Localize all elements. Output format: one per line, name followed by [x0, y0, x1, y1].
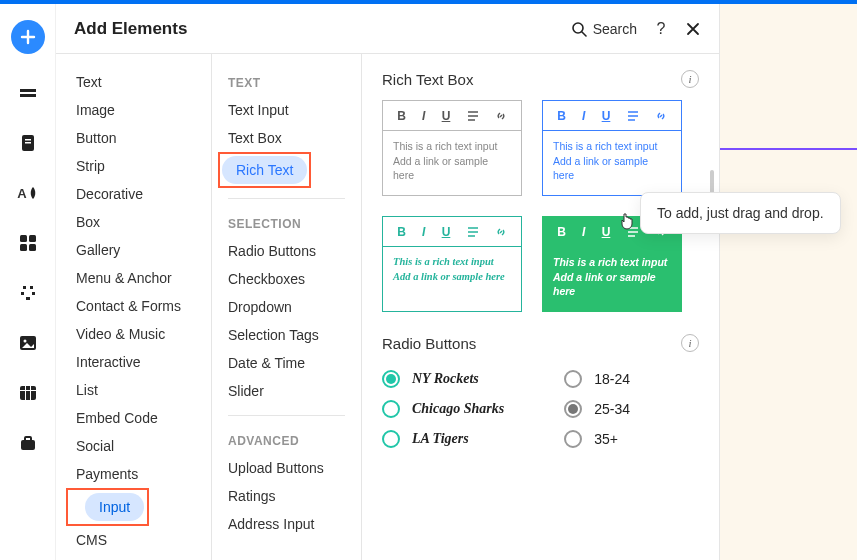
- radio-option[interactable]: NY Rockets: [382, 364, 504, 394]
- svg-rect-8: [29, 244, 36, 251]
- page-icon[interactable]: [17, 132, 39, 154]
- italic-icon: I: [582, 225, 585, 239]
- info-icon[interactable]: i: [681, 334, 699, 352]
- radio-option[interactable]: 35+: [564, 424, 630, 454]
- rt-sample-text: This is a rich text input Add a link or …: [543, 131, 681, 195]
- sub-dropdown[interactable]: Dropdown: [228, 293, 361, 321]
- sub-slider[interactable]: Slider: [228, 377, 361, 405]
- radio-label: 18-24: [594, 371, 630, 387]
- sub-ratings[interactable]: Ratings: [228, 482, 361, 510]
- canvas-section-divider: [720, 148, 857, 150]
- business-icon[interactable]: [17, 432, 39, 454]
- underline-icon: U: [442, 225, 451, 239]
- subgroup-advanced-label: ADVANCED: [228, 426, 361, 454]
- italic-icon: I: [422, 109, 425, 123]
- radio-label: NY Rockets: [412, 371, 479, 387]
- radio-label: 35+: [594, 431, 618, 447]
- cat-menu-anchor[interactable]: Menu & Anchor: [56, 264, 211, 292]
- sub-text-input[interactable]: Text Input: [228, 96, 361, 124]
- rt-sample-text: This is a rich text input Add a link or …: [383, 247, 521, 311]
- radio-icon: [382, 400, 400, 418]
- close-button[interactable]: [685, 21, 701, 37]
- align-icon: [467, 110, 479, 122]
- add-elements-panel: Add Elements Search ? Text Image Button …: [56, 4, 720, 560]
- help-button[interactable]: ?: [653, 21, 669, 37]
- cat-box[interactable]: Box: [56, 208, 211, 236]
- svg-rect-4: [25, 142, 31, 144]
- svg-rect-13: [25, 386, 26, 400]
- radio-preset-ages[interactable]: 18-24 25-34 35+: [564, 364, 630, 454]
- svg-rect-3: [25, 139, 31, 141]
- subcategory-list[interactable]: TEXT Text Input Text Box Rich Text SELEC…: [212, 54, 362, 560]
- radio-option[interactable]: 18-24: [564, 364, 630, 394]
- sections-icon[interactable]: [17, 232, 39, 254]
- svg-rect-16: [25, 437, 31, 441]
- font-icon[interactable]: A: [17, 182, 39, 204]
- svg-line-18: [582, 32, 586, 36]
- highlight-rich-text: Rich Text: [218, 152, 311, 188]
- svg-rect-1: [20, 94, 36, 97]
- section-title-radio: Radio Buttons: [382, 335, 476, 352]
- svg-point-10: [23, 340, 26, 343]
- cat-button[interactable]: Button: [56, 124, 211, 152]
- richtext-preset-gray[interactable]: B I U This is a rich text input Add a li…: [382, 100, 522, 196]
- sub-text-box[interactable]: Text Box: [228, 124, 361, 152]
- cat-strip[interactable]: Strip: [56, 152, 211, 180]
- radio-icon: [564, 370, 582, 388]
- align-icon: [627, 110, 639, 122]
- panel-header: Add Elements Search ?: [56, 4, 719, 54]
- underline-icon: U: [602, 225, 611, 239]
- sub-address-input[interactable]: Address Input: [228, 510, 361, 538]
- cat-gallery[interactable]: Gallery: [56, 236, 211, 264]
- bold-icon: B: [397, 225, 406, 239]
- radio-preset-teams[interactable]: NY Rockets Chicago Sharks LA Tigers: [382, 364, 504, 454]
- media-icon[interactable]: [17, 332, 39, 354]
- sub-rich-text[interactable]: Rich Text: [222, 156, 307, 184]
- svg-rect-0: [20, 89, 36, 92]
- cat-decorative[interactable]: Decorative: [56, 180, 211, 208]
- bold-icon: B: [557, 109, 566, 123]
- svg-rect-5: [20, 235, 27, 242]
- rt-toolbar: B I U: [383, 101, 521, 131]
- sub-checkboxes[interactable]: Checkboxes: [228, 265, 361, 293]
- align-icon: [467, 226, 479, 238]
- cat-contact-forms[interactable]: Contact & Forms: [56, 292, 211, 320]
- apps-icon[interactable]: [17, 282, 39, 304]
- cat-video-music[interactable]: Video & Music: [56, 320, 211, 348]
- sub-selection-tags[interactable]: Selection Tags: [228, 321, 361, 349]
- category-list[interactable]: Text Image Button Strip Decorative Box G…: [56, 54, 212, 560]
- cat-payments[interactable]: Payments: [56, 460, 211, 488]
- link-icon: [495, 226, 507, 238]
- radio-option[interactable]: Chicago Sharks: [382, 394, 504, 424]
- richtext-preset-teal[interactable]: B I U This is a rich text input Add a li…: [382, 216, 522, 312]
- info-icon[interactable]: i: [681, 70, 699, 88]
- cat-cms[interactable]: CMS: [56, 526, 211, 554]
- cat-image[interactable]: Image: [56, 96, 211, 124]
- cat-interactive[interactable]: Interactive: [56, 348, 211, 376]
- left-toolbar: A: [0, 4, 56, 560]
- drag-cursor-icon: [618, 212, 636, 232]
- cat-embed-code[interactable]: Embed Code: [56, 404, 211, 432]
- search-icon: [571, 21, 587, 37]
- radio-icon: [382, 430, 400, 448]
- highlight-input-category: Input: [66, 488, 149, 526]
- sub-date-time[interactable]: Date & Time: [228, 349, 361, 377]
- radio-option[interactable]: LA Tigers: [382, 424, 504, 454]
- richtext-preset-blue[interactable]: B I U This is a rich text input Add a li…: [542, 100, 682, 196]
- search-button[interactable]: Search: [571, 21, 637, 37]
- layers-icon[interactable]: [17, 82, 39, 104]
- svg-rect-12: [20, 390, 36, 391]
- radio-option[interactable]: 25-34: [564, 394, 630, 424]
- sub-upload-buttons[interactable]: Upload Buttons: [228, 454, 361, 482]
- radio-icon: [382, 370, 400, 388]
- sub-radio-buttons[interactable]: Radio Buttons: [228, 237, 361, 265]
- drag-drop-tooltip: To add, just drag and drop.: [640, 192, 841, 234]
- add-elements-button[interactable]: [11, 20, 45, 54]
- cat-list[interactable]: List: [56, 376, 211, 404]
- cat-social[interactable]: Social: [56, 432, 211, 460]
- rt-toolbar: B I U: [543, 101, 681, 131]
- cat-input[interactable]: Input: [85, 493, 144, 521]
- cat-text[interactable]: Text: [56, 68, 211, 96]
- data-icon[interactable]: [17, 382, 39, 404]
- link-icon: [495, 110, 507, 122]
